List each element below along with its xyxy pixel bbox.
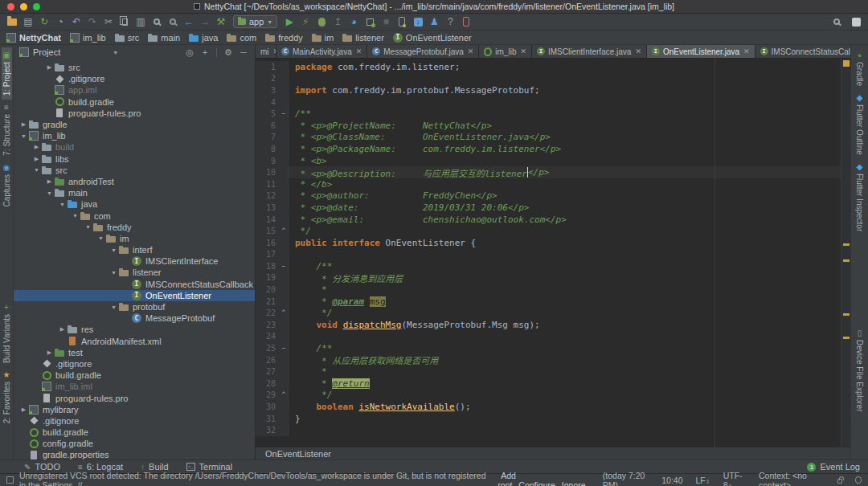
cut-icon[interactable]: ✂ xyxy=(100,15,117,29)
tree-toggle-icon[interactable]: ▼ xyxy=(108,247,119,253)
caret-position[interactable]: 10:40 xyxy=(661,476,682,485)
editor-tab-IMSConnectStatusCallback.java[interactable]: IIMSConnectStatusCallback.java✕ xyxy=(755,45,850,58)
build-icon[interactable]: ⚒ xyxy=(213,15,229,29)
stop-icon[interactable]: ■ xyxy=(378,15,394,29)
tree-item-build[interactable]: ▶build xyxy=(14,141,255,153)
tree-toggle-icon[interactable]: ▶ xyxy=(44,178,55,185)
fold-icon[interactable]: ^ xyxy=(280,390,289,402)
tree-item-build.gradle[interactable]: build.gradle xyxy=(14,427,255,438)
tree-item-IMSClientInterface[interactable]: IIMSClientInterface xyxy=(14,255,255,267)
code-line-30[interactable]: 30 boolean isNetworkAvailable(); xyxy=(256,401,841,413)
code-line-15[interactable]: 15^ */ xyxy=(256,225,841,237)
close-icon[interactable]: ✕ xyxy=(356,47,362,55)
tool-stripe-button-build-variants[interactable]: +Build Variants xyxy=(2,300,12,367)
tree-item-java[interactable]: ▼java xyxy=(14,198,255,210)
layout-inspector-icon[interactable]: ♟ xyxy=(426,15,442,29)
tree-item-IMSConnectStatusCallback[interactable]: IIMSConnectStatusCallback xyxy=(14,279,255,290)
tree-item-OnEventListener[interactable]: IOnEventListener xyxy=(14,290,255,301)
tree-item-interf[interactable]: ▼interf xyxy=(14,244,255,255)
inspections-indicator[interactable] xyxy=(843,60,850,67)
chevron-down-icon[interactable]: ▼ xyxy=(113,50,118,55)
run-icon[interactable]: ▶ xyxy=(281,15,297,29)
fold-icon[interactable]: ^ xyxy=(280,225,289,237)
tool-stripe-button-gradle[interactable]: ●Gradle xyxy=(854,47,865,90)
hide-panel-icon[interactable]: ─ xyxy=(238,47,249,57)
code-line-32[interactable]: 32 xyxy=(256,424,841,436)
sdk-manager-icon[interactable]: ↓ xyxy=(410,15,426,29)
close-icon[interactable]: ✕ xyxy=(635,47,641,55)
tree-item-im[interactable]: ▼im xyxy=(14,233,255,244)
avd-manager-icon[interactable] xyxy=(394,15,410,29)
code-line-17[interactable]: 17 xyxy=(256,249,841,261)
locate-file-icon[interactable]: ◎ xyxy=(184,47,195,58)
close-window-button[interactable] xyxy=(7,3,14,10)
tree-item-androidTest[interactable]: ▶androidTest xyxy=(14,176,255,187)
breadcrumb-item-com[interactable]: com xyxy=(227,33,256,43)
context-selector[interactable]: Context: <no context> xyxy=(759,471,825,486)
tree-item-.gitignore[interactable]: .gitignore xyxy=(14,358,255,370)
warning-mark[interactable] xyxy=(843,337,850,339)
gear-icon[interactable]: ⚙ xyxy=(223,47,234,58)
fold-icon[interactable]: − xyxy=(280,342,289,354)
code-line-8[interactable]: 8 * <p>@PackageName: com.freddy.im.liste… xyxy=(256,143,841,155)
code-line-21[interactable]: 21 * @param msg xyxy=(256,296,841,308)
tree-item-app.iml[interactable]: app.iml xyxy=(14,84,255,96)
save-all-icon[interactable]: ▤ xyxy=(20,15,36,29)
code-line-6[interactable]: 6 * <p>@ProjectName: NettyChat</p> xyxy=(256,120,841,132)
tree-item-protobuf[interactable]: ▼protobuf xyxy=(14,301,255,312)
profile-icon[interactable]: ↥ xyxy=(330,15,346,29)
fold-icon[interactable]: − xyxy=(280,260,289,272)
code-line-13[interactable]: 13 * <p>@date: 2019/03/31 20:06</p> xyxy=(256,202,841,214)
tree-toggle-icon[interactable]: ▶ xyxy=(57,326,68,333)
code-line-22[interactable]: 22^ */ xyxy=(256,307,841,319)
code-line-19[interactable]: 19 * 分发消息到应用层 xyxy=(256,272,841,284)
tree-toggle-icon[interactable]: ▶ xyxy=(18,121,29,128)
tree-item-freddy[interactable]: ▼freddy xyxy=(14,222,255,233)
code-line-18[interactable]: 18− /** xyxy=(256,260,841,272)
editor-tab-mi[interactable]: mi✕ xyxy=(256,45,276,58)
tree-item-MessageProtobuf[interactable]: CMessageProtobuf xyxy=(14,312,255,324)
editor-tab-im_lib[interactable]: im_lib✕ xyxy=(479,45,532,58)
tree-item-test[interactable]: ▶test xyxy=(14,347,255,358)
tree-item-config.gradle[interactable]: config.gradle xyxy=(14,438,255,449)
editor-breadcrumb-item[interactable]: OnEventListener xyxy=(265,449,331,459)
tool-stripe-button-captures[interactable]: ◉Captures xyxy=(2,160,12,211)
code-line-29[interactable]: 29^ */ xyxy=(256,390,841,402)
run-configuration-selector[interactable]: app▼ xyxy=(233,15,277,28)
code-line-12[interactable]: 12 * <p>@author: FreddyChen</p> xyxy=(256,190,841,202)
editor-tab-MainActivity.java[interactable]: CMainActivity.java✕ xyxy=(276,45,367,58)
code-line-23[interactable]: 23 void dispatchMsg(MessageProtobuf.Msg … xyxy=(256,319,841,331)
editor-tab-OnEventListener.java[interactable]: IOnEventListener.java✕ xyxy=(647,45,755,58)
tree-toggle-icon[interactable]: ▶ xyxy=(31,144,42,150)
paste-icon[interactable]: ▥ xyxy=(133,15,149,29)
tree-item-com[interactable]: ▼com xyxy=(14,210,255,221)
code-line-24[interactable]: 24 xyxy=(256,331,841,343)
back-icon[interactable]: ← xyxy=(181,15,197,29)
tree-toggle-icon[interactable]: ▼ xyxy=(70,213,80,218)
code-line-1[interactable]: 1package com.freddy.im.listener; xyxy=(256,61,841,73)
code-line-31[interactable]: 31} xyxy=(256,413,841,425)
debug-icon[interactable] xyxy=(313,15,330,29)
tree-item-gradle[interactable]: ▶gradle xyxy=(14,119,255,130)
tree-toggle-icon[interactable]: ▼ xyxy=(57,202,68,207)
breadcrumb-item-im_lib[interactable]: im_lib xyxy=(70,33,106,43)
breadcrumb-item-listener[interactable]: listener xyxy=(342,33,383,43)
tree-toggle-icon[interactable]: ▶ xyxy=(18,406,29,413)
apply-changes-icon[interactable]: ⚡ xyxy=(297,15,313,29)
tree-item-gradle.properties[interactable]: gradle.properties xyxy=(14,449,255,459)
find-icon[interactable] xyxy=(149,15,165,29)
tool-stripe-button-flutter-outline[interactable]: ◆Flutter Outline xyxy=(854,90,865,159)
tree-item-mylibrary[interactable]: ▶mylibrary xyxy=(14,404,255,415)
code-line-25[interactable]: 25− /** xyxy=(256,342,841,354)
status-link-ignore[interactable]: Ignore xyxy=(562,480,586,486)
status-link-add-root[interactable]: Add root xyxy=(497,471,516,486)
tree-toggle-icon[interactable]: ▼ xyxy=(83,224,93,230)
status-link-configure[interactable]: Configure xyxy=(518,480,555,486)
status-icon[interactable] xyxy=(6,476,14,484)
tree-toggle-icon[interactable]: ▼ xyxy=(108,270,119,276)
tree-item-listener[interactable]: ▼listener xyxy=(14,267,255,278)
tree-toggle-icon[interactable]: ▼ xyxy=(44,190,55,196)
tree-toggle-icon[interactable]: ▶ xyxy=(31,156,42,162)
code-line-10[interactable]: 10 * <p>@Description: 与应用层交互的listener</p… xyxy=(256,166,841,178)
tree-item-proguard-rules.pro[interactable]: proguard-rules.pro xyxy=(14,108,255,119)
